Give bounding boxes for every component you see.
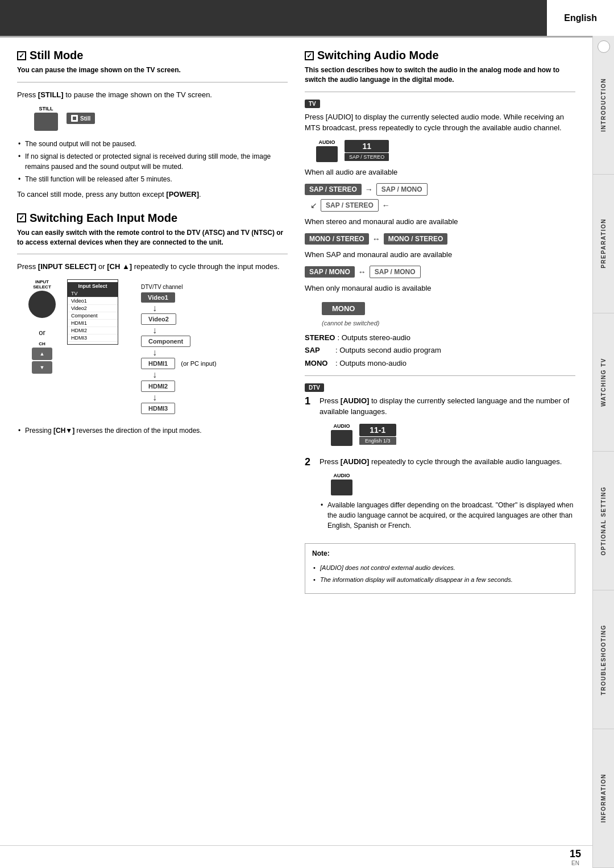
channel-diagram: DTV/TV channel Video1 ↓ Video2 ↓ Compone… — [141, 284, 217, 414]
note-title: Note: — [312, 548, 568, 559]
still-mode-title: ✓ Still Mode — [17, 49, 288, 62]
cannot-switched-text: (cannot be switched) — [322, 320, 575, 326]
dtv-step2-audio-btn-box[interactable] — [331, 480, 352, 495]
dtv-audio-label: AUDIO — [334, 423, 350, 429]
still-mode-bullets: The sound output will not be paused. If … — [17, 139, 288, 184]
ch-arrow-2: ↓ — [152, 325, 157, 336]
sap-output: : Outputs second audio program — [335, 345, 441, 357]
still-bullet-3: The still function will be released afte… — [17, 174, 288, 184]
arrow-both-2: ↔ — [358, 267, 366, 276]
note-bullet-2-text: The information display will automatical… — [320, 576, 513, 583]
mono-stereo-chip-dark: MONO / STEREO — [305, 233, 369, 245]
input-mode-checkbox-icon: ✓ — [17, 213, 26, 222]
note-bullet-1: [AUDIO] does not control external audio … — [312, 563, 568, 573]
still-remote-label: STILL — [39, 106, 53, 111]
audio-screen-group: 11 SAP / STEREO — [345, 140, 389, 161]
sap-stereo-chip-dark: SAP / STEREO — [305, 184, 362, 195]
hdmi1-note: (or PC input) — [181, 360, 216, 367]
note-bullet-2: The information display will automatical… — [312, 575, 568, 585]
input-mode-divider — [17, 254, 288, 254]
input-select-button-group: INPUTSELECT — [28, 279, 56, 318]
all-audio-diagram: SAP / STEREO → SAP / MONO ↙ SAP / STEREO… — [305, 183, 575, 212]
ch-down-btn[interactable]: ▼ — [32, 361, 52, 374]
mono-output: : Outputs mono-audio — [335, 358, 406, 370]
audio-btn-box[interactable] — [316, 146, 338, 162]
still-image-row: STILL Still — [34, 106, 288, 131]
still-remote-button — [34, 113, 58, 131]
still-tv-display: Still — [67, 113, 95, 124]
mono-key: MONO — [305, 358, 333, 370]
dtv-step2-bullets: Available languages differ depending on … — [320, 500, 575, 531]
mono-stereo-row: MONO / STEREO ↔ MONO / STEREO — [305, 233, 575, 245]
sap-mono-diagram: SAP / MONO ↔ SAP / MONO — [305, 266, 575, 278]
audio-display-row: AUDIO 11 SAP / STEREO — [316, 139, 575, 162]
when-stereo-mono: When stereo and monaural audio are avail… — [305, 216, 575, 228]
right-sidebar: INTRODUCTION PREPARATION WATCHING TV OPT… — [592, 36, 614, 868]
dtv-bullet-1: Available languages differ depending on … — [320, 500, 575, 531]
input-select-btn[interactable] — [28, 291, 56, 318]
switching-audio-subtitle: This section describes how to switch the… — [305, 65, 575, 85]
ch-up-btn[interactable]: ▲ — [32, 348, 52, 360]
sidebar-section-watching: WATCHING TV — [593, 313, 614, 452]
ch-arrow-4: ↓ — [152, 369, 157, 380]
sap-label-row: SAP : Outputs second audio program — [305, 345, 575, 357]
mono-stereo-chip-dark2: MONO / STEREO — [384, 233, 448, 245]
ch-arrow-3: ↓ — [152, 347, 157, 358]
language-label: English — [564, 13, 597, 23]
dtv-divider — [305, 375, 575, 376]
sap-mono-chip-outline: SAP / MONO — [370, 266, 421, 278]
sidebar-circle — [598, 40, 610, 53]
dtv-step-2: 2 Press [AUDIO] repeatedly to cycle thro… — [305, 456, 575, 536]
input-bullet-1: Pressing [CH▼] reverses the direction of… — [17, 425, 288, 436]
input-menu-item-component: Component — [68, 312, 118, 320]
input-mode-section: ✓ Switching Each Input Mode You can easi… — [17, 212, 288, 436]
ch-arrow-5: ↓ — [152, 392, 157, 403]
page-number: 15 — [570, 848, 581, 860]
hdmi3-chip: HDMI3 — [141, 403, 175, 414]
ch-label: CH — [39, 341, 45, 346]
page-number-bar: 15 EN — [0, 845, 592, 868]
switching-audio-title: ✓ Switching Audio Mode — [305, 49, 575, 62]
dtv-step1-text: Press [AUDIO] to display the currently s… — [320, 395, 575, 418]
dtv-step-1: 1 Press [AUDIO] to display the currently… — [305, 395, 575, 450]
step-1-number: 1 — [305, 395, 315, 450]
input-menu-item-hdmi3: HDMI3 — [68, 334, 118, 342]
ch-arrow-1: ↓ — [152, 303, 157, 313]
svg-rect-0 — [73, 117, 76, 120]
hdmi1-chip: HDMI1 — [141, 358, 175, 369]
sidebar-label-troubleshooting: TROUBLESHOOTING — [600, 625, 607, 695]
sap-stereo-back-row: ↙ SAP / STEREO ← — [310, 199, 575, 212]
dtv-step2-audio-row: AUDIO — [331, 473, 575, 495]
arrow-right-1: → — [365, 185, 373, 194]
still-bullet-1: The sound output will not be paused. — [17, 139, 288, 149]
dtv-tv-label: DTV/TV channel — [141, 284, 182, 290]
language-tab[interactable]: English — [547, 0, 614, 36]
audio-label: AUDIO — [319, 139, 335, 145]
dtv-audio-screen-group: 11-1 English 1/3 — [359, 424, 396, 445]
when-sap-mono: When SAP and monaural audio are availabl… — [305, 249, 575, 261]
input-mode-title-text: Switching Each Input Mode — [30, 212, 177, 225]
top-bar: English — [0, 0, 614, 36]
sap-mono-chip: SAP / MONO — [376, 183, 428, 196]
ch-button-group: CH ▲ ▼ — [32, 341, 52, 374]
left-column: ✓ Still Mode You can pause the image sho… — [17, 49, 288, 594]
still-mode-divider — [17, 82, 288, 82]
sap-stereo-row: SAP / STEREO → SAP / MONO — [305, 183, 575, 196]
sap-stereo-chip-outline: SAP / STEREO — [321, 199, 379, 212]
dtv-badge: DTV — [305, 383, 324, 392]
arrow-both-1: ↔ — [372, 234, 380, 243]
sidebar-section-information: INFORMATION — [593, 729, 614, 868]
mono-label-row: MONO : Outputs mono-audio — [305, 358, 575, 370]
dtv-step2-audio-button: AUDIO — [331, 473, 352, 495]
input-menu-item-video1: Video1 — [68, 297, 118, 305]
dtv-audio-display-row: AUDIO 11-1 English 1/3 — [331, 423, 575, 446]
note-bullets: [AUDIO] does not control external audio … — [312, 563, 568, 584]
input-menu-title: Input Select — [68, 282, 118, 290]
dtv-step2-audio-label: AUDIO — [334, 473, 350, 478]
switching-audio-divider — [305, 92, 575, 92]
still-mode-checkbox-icon: ✓ — [17, 51, 26, 60]
dtv-audio-btn-box[interactable] — [331, 430, 352, 446]
when-mono-only: When only monaural audio is available — [305, 283, 575, 294]
still-tv-icon — [71, 115, 78, 122]
stereo-output: : Outputs stereo-audio — [337, 332, 410, 344]
